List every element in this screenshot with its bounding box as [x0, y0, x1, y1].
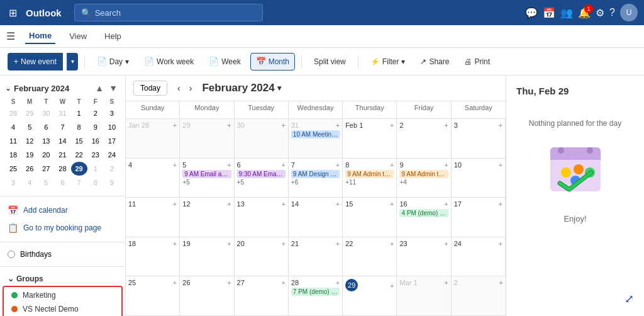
mini-cal-day[interactable]: 21: [54, 148, 70, 162]
cal-day[interactable]: 2+: [397, 119, 451, 159]
cal-day[interactable]: 3+: [452, 119, 506, 159]
chat-icon[interactable]: 💬: [525, 7, 538, 19]
mini-cal-day[interactable]: 3: [104, 106, 120, 120]
mini-cal-day[interactable]: 5: [38, 176, 54, 189]
mini-cal-day[interactable]: 6: [38, 120, 54, 134]
birthdays-item[interactable]: Birthdays: [0, 247, 125, 261]
add-event-icon[interactable]: +: [173, 121, 177, 129]
add-event-icon[interactable]: +: [227, 279, 231, 286]
add-event-icon[interactable]: +: [281, 200, 285, 208]
add-event-icon[interactable]: +: [390, 240, 394, 247]
mini-cal-prev-button[interactable]: ▲: [92, 82, 106, 94]
mini-cal-day[interactable]: 19: [21, 148, 38, 162]
new-event-button[interactable]: + New event: [8, 53, 63, 71]
event-more[interactable]: +5: [182, 179, 231, 186]
booking-page-link[interactable]: 📋 Go to my booking page: [0, 219, 125, 237]
add-event-icon[interactable]: +: [227, 200, 231, 208]
add-event-icon[interactable]: +: [336, 200, 340, 208]
cal-day[interactable]: 25+: [126, 276, 180, 316]
mini-cal-day[interactable]: 8: [87, 176, 104, 189]
work-week-view-button[interactable]: 📄 Work week: [138, 53, 199, 71]
cal-day[interactable]: Mar 1+: [397, 276, 451, 316]
mini-cal-day[interactable]: 7: [71, 176, 87, 189]
bell-icon[interactable]: 🔔 1: [578, 7, 591, 19]
mini-cal-day[interactable]: 23: [87, 148, 104, 162]
cal-day[interactable]: 30+: [235, 119, 289, 159]
cal-day[interactable]: 10+: [452, 159, 506, 198]
calendar-event[interactable]: 7 PM (demo) Eve: [291, 288, 340, 296]
add-event-icon[interactable]: +: [390, 282, 394, 290]
mini-cal-day[interactable]: 12: [21, 134, 38, 148]
mini-cal-day[interactable]: 17: [104, 134, 120, 148]
today-button[interactable]: Today: [133, 81, 167, 96]
cal-prev-button[interactable]: ‹: [174, 82, 184, 94]
add-event-icon[interactable]: +: [336, 121, 340, 129]
event-more[interactable]: +6: [291, 179, 340, 186]
mini-cal-day[interactable]: 2: [104, 162, 120, 176]
search-input[interactable]: [95, 8, 256, 18]
mini-cal-day[interactable]: 2: [87, 106, 104, 120]
filter-button[interactable]: ⚡ Filter ▾: [365, 53, 411, 71]
day-view-button[interactable]: 📄 Day ▾: [91, 53, 135, 71]
help-icon[interactable]: ?: [609, 7, 615, 18]
event-more[interactable]: +11: [345, 179, 394, 186]
cal-day[interactable]: 27+: [235, 276, 289, 316]
mini-cal-day[interactable]: 18: [5, 148, 21, 162]
cal-day[interactable]: 17+: [452, 198, 506, 237]
calendar-icon[interactable]: 📅: [543, 7, 555, 19]
add-event-icon[interactable]: +: [281, 279, 285, 286]
cal-day[interactable]: 28+7 PM (demo) Eve: [289, 276, 343, 316]
event-more[interactable]: +4: [399, 179, 448, 186]
cal-day[interactable]: 6+9:30 AM Email ar+5: [235, 159, 289, 198]
cal-day[interactable]: 31+10 AM Meeting 1: [289, 119, 343, 159]
groups-header[interactable]: ⌄ Groups: [0, 272, 125, 286]
print-button[interactable]: 🖨 Print: [458, 53, 496, 71]
mini-cal-day[interactable]: 7: [54, 120, 70, 134]
add-event-icon[interactable]: +: [173, 200, 177, 208]
add-event-icon[interactable]: +: [281, 121, 285, 129]
add-event-icon[interactable]: +: [499, 240, 502, 247]
mini-cal-day[interactable]: 9: [104, 176, 120, 189]
mini-cal-day[interactable]: 31: [54, 106, 70, 120]
mini-cal-day[interactable]: 5: [21, 120, 38, 134]
cal-day[interactable]: 4+: [126, 159, 180, 198]
add-event-icon[interactable]: +: [390, 121, 394, 129]
add-event-icon[interactable]: +: [499, 121, 502, 129]
nav-help[interactable]: Help: [101, 29, 125, 43]
settings-icon[interactable]: ⚙: [596, 7, 604, 19]
month-view-button[interactable]: 📅 Month: [250, 53, 295, 71]
cal-day[interactable]: 9+9 AM Admin task+4: [397, 159, 451, 198]
expand-icon[interactable]: ⤢: [625, 292, 634, 306]
share-button[interactable]: ↗ Share: [414, 53, 455, 71]
hamburger-icon[interactable]: ☰: [6, 30, 15, 42]
add-event-icon[interactable]: +: [390, 200, 394, 208]
cal-day[interactable]: 16+4 PM (demo) Ma: [397, 198, 451, 237]
calendar-event[interactable]: 9 AM Design revi: [291, 170, 340, 178]
split-view-button[interactable]: Split view: [308, 53, 352, 71]
cal-next-button[interactable]: ›: [186, 82, 196, 94]
week-view-button[interactable]: 📄 Week: [203, 53, 246, 71]
mini-cal-day[interactable]: 3: [5, 176, 21, 189]
add-event-icon[interactable]: +: [499, 279, 503, 286]
add-event-icon[interactable]: +: [336, 279, 340, 286]
calendar-event[interactable]: 4 PM (demo) Ma: [399, 209, 448, 217]
cal-day[interactable]: 13+: [235, 198, 289, 237]
add-event-icon[interactable]: +: [390, 161, 394, 169]
vs-nectel-group-item[interactable]: VS Nectel Demo VS Nectel Demo: [4, 302, 121, 316]
cal-day[interactable]: 20+: [235, 237, 289, 277]
add-event-icon[interactable]: +: [336, 161, 340, 169]
mini-cal-day[interactable]: 29: [21, 106, 38, 120]
mini-cal-day[interactable]: 1: [87, 162, 104, 176]
cal-day[interactable]: 7+9 AM Design revi+6: [289, 159, 343, 198]
cal-day[interactable]: 2+: [452, 276, 506, 316]
mini-cal-day[interactable]: 6: [54, 176, 70, 189]
add-event-icon[interactable]: +: [499, 161, 502, 169]
mini-cal-day[interactable]: 4: [5, 120, 21, 134]
add-calendar-link[interactable]: 📅 Add calendar: [0, 201, 125, 219]
cal-day[interactable]: 18+: [126, 237, 180, 277]
cal-day[interactable]: Feb 1+: [343, 119, 397, 159]
waffle-icon[interactable]: ⊞: [6, 4, 19, 21]
mini-cal-day[interactable]: 8: [71, 120, 87, 134]
mini-cal-day[interactable]: 20: [38, 148, 54, 162]
add-event-icon[interactable]: +: [281, 161, 285, 169]
